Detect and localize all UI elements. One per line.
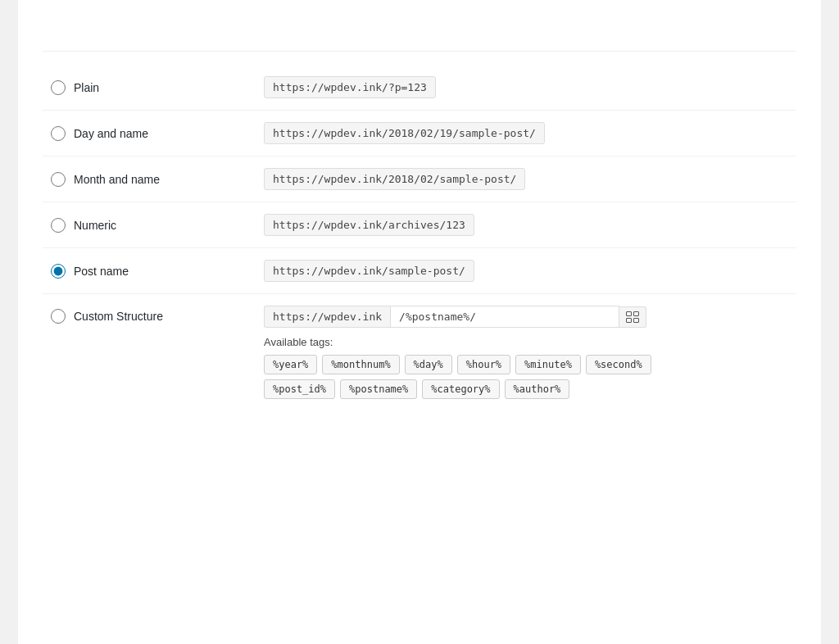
available-tags-section: Available tags: %year%%monthnum%%day%%ho… bbox=[264, 336, 788, 399]
custom-structure-tags-button[interactable] bbox=[619, 306, 646, 328]
grid-icon bbox=[626, 311, 639, 323]
svg-rect-1 bbox=[634, 311, 639, 315]
option-label-plain: Plain bbox=[74, 81, 99, 94]
radio-month-and-name[interactable] bbox=[51, 172, 66, 187]
option-label-post-name: Post name bbox=[74, 265, 129, 278]
radio-label-month-and-name[interactable]: Month and name bbox=[51, 172, 247, 187]
svg-rect-2 bbox=[627, 318, 632, 322]
available-tags-label: Available tags: bbox=[264, 336, 788, 348]
radio-numeric[interactable] bbox=[51, 218, 66, 233]
radio-day-and-name[interactable] bbox=[51, 126, 66, 141]
radio-custom-structure[interactable] bbox=[51, 309, 66, 324]
tags-row-2: %post_id%%postname%%category%%author% bbox=[264, 379, 788, 399]
tag-btn[interactable]: %second% bbox=[586, 355, 651, 374]
tag-btn[interactable]: %author% bbox=[505, 379, 570, 399]
radio-label-day-and-name[interactable]: Day and name bbox=[51, 126, 247, 141]
settings-row: Numeric https://wpdev.ink/archives/123 bbox=[43, 202, 796, 248]
custom-structure-url-row: https://wpdev.ink bbox=[264, 306, 788, 328]
settings-row: Plain https://wpdev.ink/?p=123 bbox=[43, 65, 796, 111]
option-label-month-and-name: Month and name bbox=[74, 173, 160, 186]
url-display-month-and-name: https://wpdev.ink/2018/02/sample-post/ bbox=[264, 168, 525, 190]
svg-rect-0 bbox=[627, 311, 632, 315]
radio-label-custom-structure[interactable]: Custom Structure bbox=[51, 309, 247, 324]
url-display-numeric: https://wpdev.ink/archives/123 bbox=[264, 214, 474, 236]
settings-row: Day and name https://wpdev.ink/2018/02/1… bbox=[43, 111, 796, 156]
tag-btn[interactable]: %hour% bbox=[457, 355, 510, 374]
tag-btn[interactable]: %minute% bbox=[515, 355, 581, 374]
url-display-post-name: https://wpdev.ink/sample-post/ bbox=[264, 260, 474, 282]
settings-row: Month and name https://wpdev.ink/2018/02… bbox=[43, 156, 796, 202]
radio-post-name[interactable] bbox=[51, 264, 66, 279]
tag-btn[interactable]: %day% bbox=[405, 355, 452, 374]
radio-label-plain[interactable]: Plain bbox=[51, 80, 247, 95]
option-label-day-and-name: Day and name bbox=[74, 127, 148, 140]
tag-btn[interactable]: %postname% bbox=[340, 379, 417, 399]
settings-row: Post name https://wpdev.ink/sample-post/ bbox=[43, 248, 796, 294]
tags-row-1: %year%%monthnum%%day%%hour%%minute%%seco… bbox=[264, 355, 788, 374]
custom-base-url: https://wpdev.ink bbox=[264, 306, 390, 328]
option-label-custom-structure: Custom Structure bbox=[74, 310, 163, 323]
custom-structure-input[interactable] bbox=[390, 306, 619, 328]
section-title bbox=[43, 44, 796, 52]
page-wrapper: Plain https://wpdev.ink/?p=123 Day and n… bbox=[18, 0, 821, 644]
tag-btn[interactable]: %post_id% bbox=[264, 379, 335, 399]
settings-row-custom: Custom Structure https://wpdev.ink Avail… bbox=[43, 294, 796, 416]
tag-btn[interactable]: %monthnum% bbox=[322, 355, 399, 374]
url-display-plain: https://wpdev.ink/?p=123 bbox=[264, 76, 436, 98]
settings-table: Plain https://wpdev.ink/?p=123 Day and n… bbox=[43, 65, 796, 415]
radio-label-post-name[interactable]: Post name bbox=[51, 264, 247, 279]
svg-rect-3 bbox=[634, 318, 639, 322]
url-display-day-and-name: https://wpdev.ink/2018/02/19/sample-post… bbox=[264, 122, 545, 144]
tag-btn[interactable]: %year% bbox=[264, 355, 317, 374]
option-label-numeric: Numeric bbox=[74, 219, 116, 232]
tag-btn[interactable]: %category% bbox=[422, 379, 499, 399]
radio-label-numeric[interactable]: Numeric bbox=[51, 218, 247, 233]
radio-plain[interactable] bbox=[51, 80, 66, 95]
